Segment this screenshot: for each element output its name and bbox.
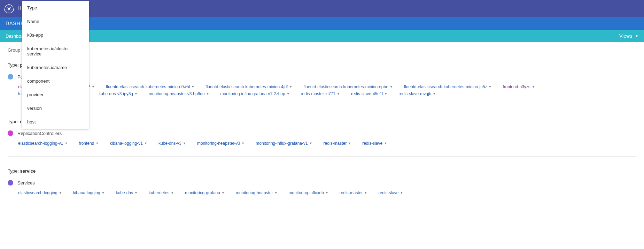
chevron-down-icon: ▼ bbox=[635, 34, 638, 38]
resource-link[interactable]: monitoring-grafana▼ bbox=[185, 190, 225, 195]
resource-link-label: monitoring-heapster-v3 bbox=[197, 141, 240, 146]
resource-link[interactable]: monitoring-heapster▼ bbox=[236, 190, 278, 195]
dropdown-option[interactable]: kubernetes.io/cluster-service bbox=[22, 42, 89, 61]
resource-link[interactable]: frontend▼ bbox=[79, 141, 99, 146]
resource-link[interactable]: fluentd-elasticsearch-kubernetes-minion-… bbox=[106, 84, 194, 89]
resource-link-label: redis-slave-mvqjb bbox=[398, 91, 431, 96]
resource-link-label: elasticsearch-logging bbox=[18, 190, 57, 195]
resource-link[interactable]: elasticsearch-logging-v1▼ bbox=[18, 141, 68, 146]
section-divider bbox=[8, 107, 636, 107]
chevron-down-icon: ▼ bbox=[274, 191, 278, 195]
resource-link[interactable]: redis-slave▼ bbox=[378, 190, 403, 195]
resource-link[interactable]: redis-slave-mvqjb▼ bbox=[398, 91, 436, 96]
resource-link[interactable]: fluentd-elasticsearch-kubernetes-minion-… bbox=[303, 84, 393, 89]
breadcrumb-bar: Dashboa Views ▼ bbox=[0, 30, 644, 42]
category-row: Services bbox=[8, 180, 636, 186]
resource-link[interactable]: kube-dns▼ bbox=[116, 190, 138, 195]
resource-link[interactable]: monitoring-influx-grafana-v1-2zhup▼ bbox=[220, 91, 290, 96]
chevron-down-icon: ▼ bbox=[241, 142, 245, 145]
chevron-down-icon: ▼ bbox=[134, 92, 138, 96]
resource-link[interactable]: monitoring-heapster-v3▼ bbox=[197, 141, 245, 146]
dropdown-option[interactable]: version bbox=[22, 101, 89, 115]
resource-link-label: redis-slave bbox=[362, 141, 382, 146]
dropdown-option[interactable]: Type bbox=[22, 1, 89, 15]
section-divider bbox=[8, 156, 636, 157]
svg-line-3 bbox=[9, 7, 11, 8]
resource-link-label: monitoring-influxdb bbox=[289, 190, 324, 195]
items-row: ela▼sticsearch-logging-v1-nkfv2▼fluentd-… bbox=[8, 84, 636, 89]
category-dot-icon bbox=[8, 180, 13, 186]
chevron-down-icon: ▼ bbox=[433, 92, 436, 96]
resource-link-label: monitoring-grafana bbox=[185, 190, 220, 195]
resource-link[interactable]: kubernetes▼ bbox=[149, 190, 174, 195]
category-row: ReplicationControllers bbox=[8, 130, 636, 136]
resource-link[interactable]: monitoring-influxdb▼ bbox=[289, 190, 328, 195]
resource-link-label: redis-slave-45e1l bbox=[351, 91, 383, 96]
chevron-down-icon: ▼ bbox=[206, 92, 209, 96]
chevron-down-icon: ▼ bbox=[384, 92, 387, 96]
resource-link-label: kube-dns bbox=[116, 190, 133, 195]
chevron-down-icon: ▼ bbox=[309, 142, 312, 145]
resource-link[interactable]: redis-master▼ bbox=[340, 190, 367, 195]
type-label: Type: rep bbox=[8, 119, 636, 124]
dropdown-option[interactable]: k8s-app bbox=[22, 28, 89, 42]
chevron-down-icon: ▼ bbox=[287, 92, 290, 96]
chevron-down-icon: ▼ bbox=[390, 85, 393, 89]
resource-link[interactable]: redis-master-lc771▼ bbox=[301, 91, 340, 96]
type-section: Type: serviceServiceselasticsearch-loggi… bbox=[8, 168, 636, 195]
resource-link[interactable]: redis-slave▼ bbox=[362, 141, 387, 146]
chevron-down-icon: ▼ bbox=[95, 142, 99, 145]
resource-link-label: elasticsearch-logging-v1 bbox=[18, 141, 63, 146]
category-dot-icon bbox=[8, 130, 13, 136]
top-bar: H bbox=[0, 0, 644, 17]
chevron-down-icon: ▼ bbox=[102, 191, 105, 195]
resource-link[interactable]: kube-dns-v3▼ bbox=[158, 141, 186, 146]
resource-link-label: kube-dns-v3 bbox=[158, 141, 181, 146]
app-title: H bbox=[17, 5, 22, 12]
chevron-down-icon: ▼ bbox=[191, 85, 194, 89]
resource-link[interactable]: elasticsearch-logging▼ bbox=[18, 190, 62, 195]
items-row: fro▼kibana-logging-v1-pdfsk▼kube-dns-v3-… bbox=[8, 91, 636, 96]
resource-link-label: redis-master bbox=[324, 141, 347, 146]
resource-link[interactable]: kibana-logging-v1▼ bbox=[110, 141, 147, 146]
dropdown-option[interactable]: host bbox=[22, 115, 89, 129]
chevron-down-icon: ▼ bbox=[144, 142, 147, 145]
type-label: Type: po bbox=[8, 62, 636, 68]
resource-link[interactable]: monitoring-influx-grafana-v1▼ bbox=[256, 141, 312, 146]
chevron-down-icon: ▼ bbox=[289, 85, 292, 89]
dropdown-option[interactable]: Name bbox=[22, 15, 89, 28]
resource-link-label: redis-master bbox=[340, 190, 363, 195]
resource-link-label: kube-dns-v3-ipy8g bbox=[99, 91, 133, 96]
nav-bar: DASHBO bbox=[0, 17, 644, 30]
resource-link-label: redis-master-lc771 bbox=[301, 91, 335, 96]
resource-link-label: monitoring-influx-grafana-v1-2zhup bbox=[220, 91, 285, 96]
resource-link[interactable]: fluentd-elasticsearch-kubernetes-minion-… bbox=[205, 84, 292, 89]
chevron-down-icon: ▼ bbox=[64, 142, 68, 145]
resource-link[interactable]: kube-dns-v3-ipy8g▼ bbox=[99, 91, 138, 96]
items-row: elasticsearch-logging▼kibana-logging▼kub… bbox=[8, 190, 636, 195]
chevron-down-icon: ▼ bbox=[532, 85, 535, 89]
resource-link[interactable]: kibana-logging▼ bbox=[73, 190, 105, 195]
resource-link[interactable]: fluentd-elasticsearch-kubernetes-minion-… bbox=[404, 84, 492, 89]
resource-link[interactable]: redis-master▼ bbox=[324, 141, 351, 146]
chevron-down-icon: ▼ bbox=[59, 191, 62, 195]
dropdown-option[interactable]: provider bbox=[22, 88, 89, 101]
chevron-down-icon: ▼ bbox=[183, 142, 186, 145]
chevron-down-icon: ▼ bbox=[222, 191, 225, 195]
group-by-label: Group by bbox=[8, 47, 636, 53]
resource-link[interactable]: frontend-o3yzs▼ bbox=[503, 84, 535, 89]
group-by-dropdown-menu[interactable]: TypeNamek8s-appkubernetes.io/cluster-ser… bbox=[22, 1, 89, 129]
views-label: Views bbox=[619, 33, 632, 39]
items-row: elasticsearch-logging-v1▼frontend▼kibana… bbox=[8, 141, 636, 146]
chevron-down-icon: ▼ bbox=[384, 142, 387, 145]
dropdown-option[interactable]: component bbox=[22, 74, 89, 88]
resource-link-label: fluentd-elasticsearch-kubernetes-minion-… bbox=[205, 84, 288, 89]
resource-link[interactable]: redis-slave-45e1l▼ bbox=[351, 91, 387, 96]
breadcrumb[interactable]: Dashboa bbox=[6, 33, 24, 39]
category-name: Services bbox=[17, 180, 35, 186]
dropdown-option[interactable]: kubernetes.io/name bbox=[22, 61, 89, 74]
svg-line-8 bbox=[7, 7, 9, 8]
views-dropdown[interactable]: Views ▼ bbox=[619, 33, 638, 39]
resource-link[interactable]: monitoring-heapster-v3-hp6du▼ bbox=[149, 91, 209, 96]
resource-link-label: monitoring-heapster-v3-hp6du bbox=[149, 91, 205, 96]
